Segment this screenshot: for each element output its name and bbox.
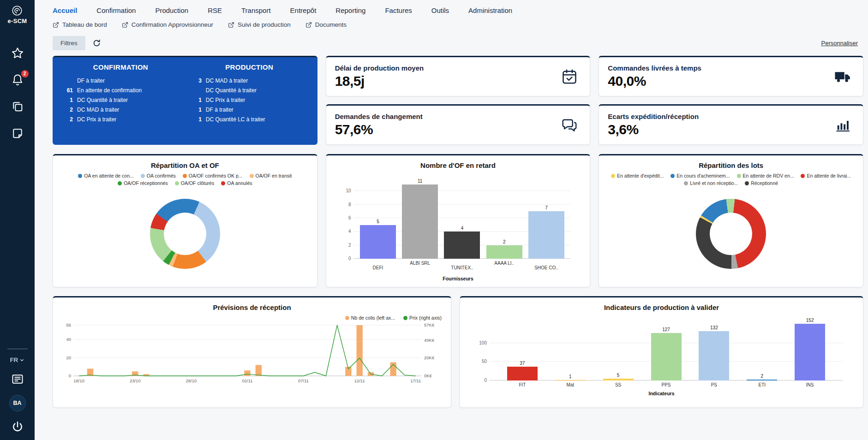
- avatar[interactable]: BA: [9, 395, 26, 411]
- legend-dot: [745, 181, 749, 185]
- app-logo[interactable]: e-SCM: [8, 5, 27, 24]
- legend-item-oa-of-en-transit[interactable]: OA/OF en transit: [250, 173, 292, 178]
- nav-item-production[interactable]: Production: [155, 6, 188, 14]
- chart-card-repartition-oa-of: Répartition OA et OF OA en attente de co…: [53, 154, 317, 287]
- svg-text:02/11: 02/11: [242, 378, 252, 383]
- summary-item[interactable]: 2DC MAD à traiter: [56, 105, 185, 115]
- quick-link-tableau-de-bord[interactable]: Tableau de bord: [53, 21, 107, 28]
- nav-item-factures[interactable]: Factures: [385, 6, 412, 14]
- svg-text:20K€: 20K€: [424, 355, 435, 360]
- sidebar-bottom: FR BA: [7, 349, 28, 434]
- summary-count: 1: [185, 105, 202, 115]
- copy-icon[interactable]: [11, 100, 24, 113]
- donut-chart-lots[interactable]: [696, 199, 766, 269]
- x-tick-label: DEFI: [360, 265, 396, 277]
- bar-tunitex[interactable]: 4: [444, 226, 480, 259]
- legend-item-en-attente-de-rdv-en[interactable]: En attente de RDV en...: [737, 173, 794, 178]
- bar-ss[interactable]: 5: [603, 373, 634, 381]
- legend-item-en-cours-d-acheminem[interactable]: En cours d'acheminem...: [670, 173, 730, 178]
- svg-text:17/11: 17/11: [410, 378, 421, 383]
- bar-ins[interactable]: 152: [795, 318, 825, 381]
- summary-label: DC MAD à traiter: [77, 105, 119, 115]
- quick-link-label: Suivi de production: [238, 21, 291, 28]
- summary-item[interactable]: 1DC Quantité à traiter: [56, 95, 185, 105]
- chart-title: Répartition OA et OF: [60, 161, 311, 169]
- bar-mat[interactable]: 1: [555, 374, 586, 381]
- summary-item[interactable]: DC Quantité à traiter: [185, 86, 314, 95]
- donut-wrap: [60, 186, 311, 281]
- legend-dot: [737, 174, 741, 178]
- bar-ps[interactable]: 132: [699, 325, 729, 381]
- legend-item-livre-et-non-receptio[interactable]: Livré et non réceptio...: [684, 180, 738, 186]
- summary-item[interactable]: 1DC Prix à traiter: [185, 95, 314, 105]
- legend-item-nb-de-colis-left-ax[interactable]: Nb de colis (left ax...: [345, 315, 395, 321]
- legend-item-oa-of-clotures[interactable]: OA/OF clôturés: [175, 180, 214, 186]
- notifications-icon[interactable]: 2: [11, 73, 24, 86]
- bar-value: 37: [520, 361, 525, 366]
- legend-item-oa-of-confirmes-ok-p[interactable]: OA/OF confirmés OK p...: [183, 173, 243, 178]
- bar-pps[interactable]: 127: [651, 327, 682, 381]
- svg-text:12/11: 12/11: [354, 378, 365, 383]
- kpi-title: Délai de production moyen: [335, 64, 424, 72]
- refresh-icon[interactable]: [92, 39, 101, 48]
- x-tick-label: FIT: [507, 382, 538, 387]
- chevron-down-icon: [19, 357, 24, 363]
- kpi-card-demandes-de-changement: Demandes de changement57,6%: [326, 104, 591, 145]
- quick-link-documents[interactable]: Documents: [305, 21, 347, 28]
- bar-defi[interactable]: 5: [360, 219, 396, 259]
- summary-item[interactable]: 3DC MAD à traiter: [185, 76, 314, 86]
- legend-item-receptionne[interactable]: Réceptionné: [745, 180, 778, 186]
- summary-item[interactable]: 2DC Prix à traiter: [56, 115, 185, 125]
- chart-title: Répartition des lots: [605, 161, 856, 169]
- bar-albi-srl[interactable]: 11: [402, 178, 438, 259]
- summary-item[interactable]: 61En attente de confirmation: [56, 86, 185, 95]
- summary-item[interactable]: DF à traiter: [56, 76, 185, 86]
- nav-item-entrepot[interactable]: Entrepôt: [290, 6, 317, 14]
- language-selector[interactable]: FR: [10, 357, 24, 363]
- favorites-icon[interactable]: [11, 47, 24, 59]
- bar-value: 7: [545, 205, 548, 210]
- x-axis-title: Indicateurs: [467, 391, 856, 396]
- nav-item-outils[interactable]: Outils: [431, 6, 449, 14]
- nav-item-administration[interactable]: Administration: [468, 6, 512, 14]
- quick-link-confirmation-approvisionneur[interactable]: Confirmation Approvisionneur: [122, 21, 213, 28]
- bar-eti[interactable]: 2: [747, 374, 777, 381]
- legend-item-en-attente-d-expedit[interactable]: En attente d'expédit...: [611, 173, 664, 178]
- bar-chart-indicateurs[interactable]: 05010037151271322152: [490, 321, 843, 381]
- summary-count: [56, 76, 73, 86]
- nav-item-reporting[interactable]: Reporting: [335, 6, 365, 14]
- combo-chart-previsions[interactable]: 02040560K€20K€40K€57K€18/1023/1028/1002/…: [60, 321, 444, 402]
- nav-item-accueil[interactable]: Accueil: [53, 6, 77, 14]
- nav-item-transport[interactable]: Transport: [241, 6, 271, 14]
- notification-badge: 2: [21, 70, 29, 77]
- svg-text:28/10: 28/10: [186, 378, 197, 383]
- summary-item[interactable]: 1DC Quantité LC à traiter: [185, 115, 314, 125]
- summary-label: DC Prix à traiter: [206, 95, 245, 105]
- quick-link-suivi-de-production[interactable]: Suivi de production: [228, 21, 291, 28]
- legend-item-oa-of-receptionnes[interactable]: OA/OF réceptionnés: [118, 180, 168, 186]
- legend-item-oa-confirmes[interactable]: OA confirmés: [141, 173, 176, 178]
- nav-item-confirmation[interactable]: Confirmation: [96, 6, 136, 14]
- personalize-link[interactable]: Personnaliser: [821, 40, 858, 47]
- news-icon[interactable]: [11, 373, 24, 386]
- donut-chart-oa-of[interactable]: [150, 199, 220, 269]
- summary-count: 1: [185, 95, 202, 105]
- bar-aaaa-li[interactable]: 2: [486, 239, 522, 259]
- x-tick-label: ALBI SRL: [402, 261, 438, 273]
- bar-fit[interactable]: 37: [507, 361, 538, 381]
- summary-item[interactable]: 1DF à traiter: [185, 105, 314, 115]
- legend-item-oa-annules[interactable]: OA annulés: [221, 180, 252, 186]
- nav-item-rse[interactable]: RSE: [208, 6, 222, 14]
- note-icon[interactable]: [11, 127, 24, 140]
- bar-shoe-co[interactable]: 7: [528, 205, 564, 259]
- legend-dot: [345, 316, 349, 320]
- logout-icon[interactable]: [11, 421, 24, 434]
- bar-chart-of-retard[interactable]: 0246810511427: [354, 180, 571, 259]
- filters-button[interactable]: Filtres: [53, 36, 85, 50]
- svg-text:0: 0: [69, 373, 71, 378]
- kpi-title: Demandes de changement: [335, 113, 423, 120]
- legend-item-prix-right-axis[interactable]: Prix (right axis): [403, 315, 442, 321]
- kpi-text: Ecarts expédition/réception3,6%: [608, 113, 699, 137]
- legend-item-oa-en-attente-de-con[interactable]: OA en attente de con...: [78, 173, 133, 178]
- legend-item-en-attente-de-livrai[interactable]: En attente de livrai...: [801, 173, 851, 178]
